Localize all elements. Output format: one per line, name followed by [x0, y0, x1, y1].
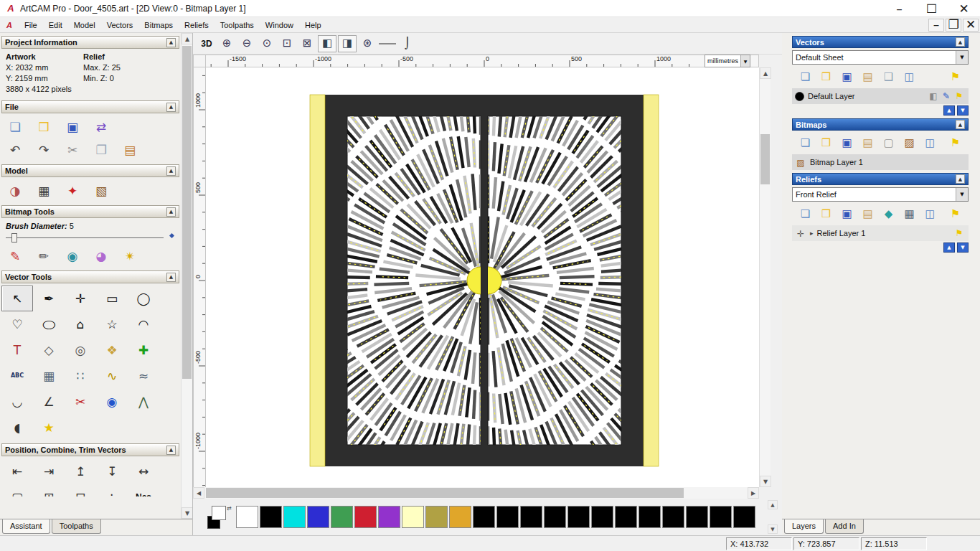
rollup-icon[interactable]: ▲: [166, 103, 176, 112]
rollup-icon[interactable]: ▲: [166, 273, 176, 282]
import-relief-button[interactable]: ▤: [857, 204, 878, 223]
import-vectors-button[interactable]: ▤: [857, 67, 878, 86]
create-circle-button[interactable]: ◯: [128, 286, 159, 311]
canvas-vertical-scrollbar[interactable]: ▲ ▼: [759, 67, 771, 487]
colour-swatch-1[interactable]: [260, 506, 282, 528]
paste-special-button[interactable]: ❖: [96, 337, 128, 363]
combine-union-button[interactable]: ⊞: [33, 484, 65, 496]
load-image-button[interactable]: ▧: [89, 180, 113, 202]
cut-button[interactable]: ✂: [60, 139, 85, 161]
tab-toolpaths[interactable]: Toolpaths: [52, 519, 101, 534]
slider-thumb[interactable]: [11, 233, 17, 242]
scroll-left-icon[interactable]: ◀: [193, 487, 204, 499]
move-layer-up-button[interactable]: ▲: [943, 242, 955, 253]
bitmap-link-button[interactable]: ◫: [920, 133, 941, 152]
tab-assistant[interactable]: Assistant: [2, 519, 50, 534]
save-as-button[interactable]: ⇄: [89, 116, 113, 138]
scroll-down-icon[interactable]: ▼: [760, 476, 771, 487]
scrollbar-track[interactable]: [760, 79, 771, 476]
hook-button[interactable]: ⌡: [398, 35, 417, 52]
colour-swatch-10[interactable]: [473, 506, 495, 528]
child-minimize-button[interactable]: –: [928, 19, 944, 32]
lock-layer-button[interactable]: ◧: [927, 90, 940, 103]
maximize-button[interactable]: ☐: [915, 0, 948, 17]
layer-lamp-button[interactable]: ⚑: [953, 90, 966, 103]
mirror-vectors-button[interactable]: ◖: [1, 415, 33, 441]
flood-fill-button[interactable]: ◉: [60, 245, 85, 267]
vectors-visibility-button[interactable]: ⚑: [945, 67, 966, 86]
align-right-button[interactable]: ⇥: [33, 458, 65, 484]
zoom-out-button[interactable]: ⊖: [237, 35, 256, 52]
vector-layer-row[interactable]: Default Layer ◧✎⚑: [792, 88, 969, 104]
menu-edit[interactable]: Edit: [43, 17, 68, 32]
scrollbar-track[interactable]: [182, 44, 192, 507]
scrollbar-thumb[interactable]: [206, 488, 684, 498]
join-with-line-button[interactable]: ∠: [33, 389, 65, 415]
copy-button[interactable]: ❐: [89, 139, 113, 161]
create-arc-button[interactable]: ◠: [128, 311, 159, 337]
align-bottom-button[interactable]: ↧: [96, 458, 128, 484]
star-wizard-button[interactable]: ★: [33, 415, 65, 441]
import-bitmap-button[interactable]: ▤: [857, 133, 878, 152]
menu-toolpaths[interactable]: Toolpaths: [215, 17, 260, 32]
palette-up-icon[interactable]: ▲: [768, 500, 778, 509]
create-rectangle-button[interactable]: ▭: [96, 286, 128, 311]
new-bitmap-button[interactable]: ❏: [795, 133, 816, 152]
colour-swatch-21[interactable]: [733, 506, 755, 528]
open-relief-button[interactable]: ❒: [816, 204, 837, 223]
save-relief-button[interactable]: ▣: [837, 204, 857, 223]
create-polygon-button[interactable]: ⌂: [65, 311, 96, 337]
join-with-arc-button[interactable]: ◡: [1, 389, 33, 415]
node-editing-button[interactable]: ✒: [33, 286, 65, 311]
bitmap-image-button[interactable]: ▨: [899, 133, 920, 152]
menu-vectors[interactable]: Vectors: [101, 17, 139, 32]
colour-picker-button[interactable]: ✴: [118, 245, 142, 267]
bitmaps-visibility-button[interactable]: ⚑: [945, 133, 966, 152]
minimize-button[interactable]: –: [883, 0, 915, 17]
colour-swatch-19[interactable]: [686, 506, 708, 528]
dot-cloud-button[interactable]: ∷: [65, 363, 96, 389]
tab-add-in[interactable]: Add In: [825, 519, 864, 534]
menu-window[interactable]: Window: [260, 17, 299, 32]
relief-transform-button[interactable]: ✛: [795, 227, 806, 240]
trim-vectors-button[interactable]: ✂: [65, 389, 96, 415]
open-bitmap-button[interactable]: ❒: [816, 133, 837, 152]
lighting-button[interactable]: ✦: [60, 180, 85, 202]
2d-view-canvas[interactable]: [206, 67, 759, 487]
smooth-curves-button[interactable]: ≈: [128, 363, 159, 389]
scrollbar-thumb[interactable]: [760, 134, 770, 184]
rollup-icon[interactable]: ▲: [166, 207, 176, 217]
expander-icon[interactable]: ▸: [810, 230, 814, 237]
rollup-icon[interactable]: ▲: [956, 120, 965, 129]
open-vectors-button[interactable]: ❒: [816, 67, 837, 86]
undo-button[interactable]: ↶: [3, 139, 27, 161]
zoom-previous-button[interactable]: ⊙: [258, 35, 276, 52]
delete-sheet-button[interactable]: ◫: [899, 67, 920, 86]
rollup-icon[interactable]: ▲: [166, 38, 176, 47]
vector-grid-button[interactable]: ▦: [33, 363, 65, 389]
colour-swatch-7[interactable]: [402, 506, 424, 528]
paint-button[interactable]: ✎: [3, 245, 27, 267]
rollup-icon[interactable]: ▲: [166, 166, 176, 176]
canvas-horizontal-scrollbar[interactable]: ◀ ▶: [193, 487, 759, 499]
relief-layer-row[interactable]: ✛ ▸ Relief Layer 1 ⚑: [792, 225, 969, 241]
offset-vector-button[interactable]: ◎: [65, 337, 96, 363]
menu-model[interactable]: Model: [68, 17, 101, 32]
block-copy-button[interactable]: ✚: [128, 337, 159, 363]
open-file-button[interactable]: ❒: [32, 116, 56, 138]
menu-file[interactable]: File: [19, 17, 43, 32]
bitmap-layer-button[interactable]: ▨: [795, 156, 806, 169]
move-layer-down-button[interactable]: ▼: [957, 105, 969, 116]
redo-button[interactable]: ↷: [32, 139, 56, 161]
bitmap-layer-row[interactable]: ▨ Bitmap Layer 1: [792, 154, 969, 170]
relief-grid-button[interactable]: ▦: [899, 204, 920, 223]
primary-colour-swatch[interactable]: [212, 506, 226, 520]
colour-swatch-4[interactable]: [331, 506, 353, 528]
child-restore-button[interactable]: ❐: [946, 19, 961, 32]
zoom-fit-button[interactable]: ⊠: [298, 35, 316, 52]
chevron-down-icon[interactable]: ▼: [956, 51, 968, 64]
assistant-scrollbar[interactable]: ▲ ▼: [181, 33, 192, 519]
greyscale-view-button[interactable]: ◑: [3, 180, 27, 202]
align-centre-button[interactable]: ↔: [128, 458, 159, 484]
colour-swatch-17[interactable]: [639, 506, 661, 528]
